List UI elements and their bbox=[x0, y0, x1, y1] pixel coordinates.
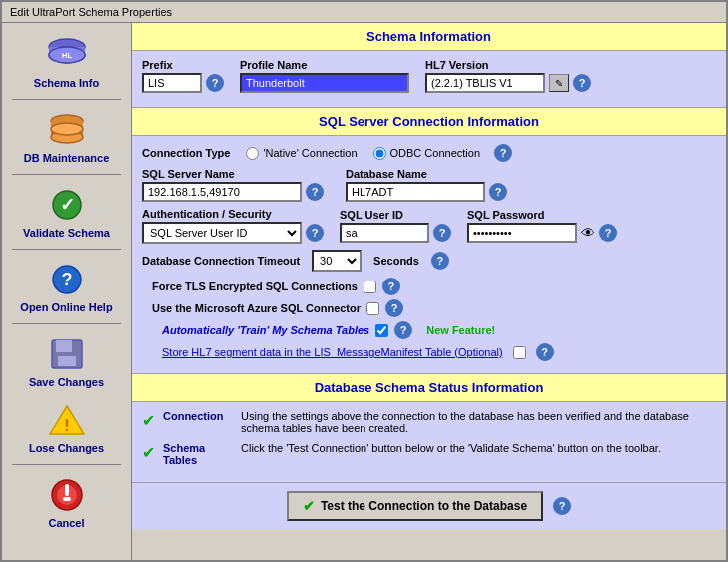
sidebar-item-save-changes[interactable]: Save Changes bbox=[12, 330, 122, 392]
connection-status-title: Connection bbox=[163, 410, 233, 422]
sidebar: HL Schema Info DB Maintenance bbox=[2, 23, 132, 560]
azure-checkbox[interactable] bbox=[366, 302, 379, 315]
new-feature-label: New Feature! bbox=[426, 324, 495, 336]
sidebar-label-cancel: Cancel bbox=[48, 517, 84, 529]
userid-help-icon[interactable]: ? bbox=[433, 224, 451, 242]
db-schema-status-header: Database Schema Status Information bbox=[132, 374, 726, 402]
svg-point-9 bbox=[51, 123, 83, 135]
userid-input[interactable] bbox=[340, 223, 429, 243]
open-online-help-icon: ? bbox=[43, 260, 91, 299]
schema-info-header: Schema Information bbox=[132, 23, 726, 51]
sql-connection-body: Connection Type 'Native' Connection ODBC… bbox=[132, 136, 726, 374]
auth-group: Authentication / Security SQL Server Use… bbox=[142, 208, 324, 244]
password-help-icon[interactable]: ? bbox=[599, 224, 617, 242]
timeout-help-icon[interactable]: ? bbox=[431, 252, 449, 270]
sidebar-item-lose-changes[interactable]: ! Lose Changes bbox=[12, 396, 122, 458]
native-connection-label[interactable]: 'Native' Connection bbox=[246, 147, 357, 160]
timeout-label: Database Connection Timeout bbox=[142, 255, 300, 267]
svg-rect-15 bbox=[56, 340, 72, 352]
store-label[interactable]: Store HL7 segment data in the LIS_Messag… bbox=[162, 346, 503, 358]
bottom-help-icon[interactable]: ? bbox=[553, 497, 571, 515]
show-password-icon[interactable]: 👁 bbox=[581, 225, 595, 241]
tls-checkbox[interactable] bbox=[364, 281, 376, 293]
connection-type-row: Connection Type 'Native' Connection ODBC… bbox=[142, 144, 716, 162]
store-help-icon[interactable]: ? bbox=[536, 343, 554, 361]
svg-text:!: ! bbox=[64, 417, 69, 434]
cancel-icon bbox=[43, 475, 91, 515]
train-checkbox[interactable] bbox=[375, 324, 388, 337]
azure-help-icon[interactable]: ? bbox=[385, 299, 403, 317]
sidebar-item-validate-schema[interactable]: ✓ Validate Schema bbox=[12, 181, 122, 243]
tls-row: Force TLS Encrypted SQL Connections ? bbox=[142, 278, 716, 295]
svg-text:HL: HL bbox=[61, 51, 72, 60]
db-name-label: Database Name bbox=[346, 168, 507, 180]
connection-type-help-icon[interactable]: ? bbox=[494, 144, 512, 162]
sidebar-item-cancel[interactable]: Cancel bbox=[12, 471, 122, 533]
db-name-input[interactable] bbox=[346, 182, 485, 202]
password-input[interactable] bbox=[467, 223, 577, 243]
validate-icon: ✓ bbox=[43, 185, 91, 225]
prefix-input[interactable] bbox=[142, 73, 202, 93]
auth-select[interactable]: SQL Server User ID bbox=[142, 222, 302, 244]
auth-label: Authentication / Security bbox=[142, 208, 324, 220]
timeout-row: Database Connection Timeout 30 60 90 Sec… bbox=[142, 250, 716, 272]
seconds-label: Seconds bbox=[373, 255, 419, 267]
schema-tables-status-row: ✔ SchemaTables Click the 'Test Connectio… bbox=[142, 442, 716, 466]
server-name-input[interactable] bbox=[142, 182, 302, 202]
sidebar-divider-2 bbox=[12, 174, 121, 175]
right-panel: Schema Information Prefix ? Profile Name bbox=[132, 23, 726, 560]
profile-name-input[interactable] bbox=[240, 73, 409, 93]
store-row: Store HL7 segment data in the LIS_Messag… bbox=[142, 343, 716, 361]
store-checkbox[interactable] bbox=[513, 346, 526, 359]
hl7-version-input[interactable] bbox=[425, 73, 545, 93]
test-connection-button[interactable]: ✔ Test the Connection to the Database bbox=[287, 491, 543, 521]
svg-text:✓: ✓ bbox=[59, 195, 74, 215]
prefix-label: Prefix bbox=[142, 59, 224, 71]
azure-row: Use the Microsoft Azure SQL Connector ? bbox=[142, 299, 716, 317]
sidebar-divider-4 bbox=[12, 323, 121, 324]
db-schema-status-body: ✔ Connection Using the settings above th… bbox=[132, 402, 726, 482]
schema-tables-status-icon: ✔ bbox=[142, 443, 155, 462]
svg-text:?: ? bbox=[61, 270, 72, 289]
test-connection-icon: ✔ bbox=[303, 498, 315, 514]
sidebar-divider-3 bbox=[12, 249, 121, 250]
odbc-connection-label[interactable]: ODBC Connection bbox=[373, 147, 481, 160]
schema-info-body: Prefix ? Profile Name HL7 Version bbox=[132, 51, 726, 108]
auth-help-icon[interactable]: ? bbox=[306, 224, 324, 242]
train-help-icon[interactable]: ? bbox=[394, 321, 412, 339]
hl7-edit-icon[interactable]: ✎ bbox=[549, 74, 569, 92]
window-title: Edit UltraPort Schema Properties bbox=[10, 6, 172, 18]
server-name-group: SQL Server Name ? bbox=[142, 168, 324, 202]
sidebar-label-validate-schema: Validate Schema bbox=[23, 227, 110, 239]
radio-group: 'Native' Connection ODBC Connection bbox=[246, 147, 480, 160]
db-name-help-icon[interactable]: ? bbox=[489, 183, 507, 201]
schema-icon: HL bbox=[43, 35, 91, 75]
prefix-help-icon[interactable]: ? bbox=[206, 74, 224, 92]
password-label: SQL Password bbox=[467, 209, 617, 221]
schema-tables-status-title: SchemaTables bbox=[163, 442, 233, 466]
server-name-help-icon[interactable]: ? bbox=[306, 183, 324, 201]
hl7-help-icon[interactable]: ? bbox=[573, 74, 591, 92]
train-label: Automatically 'Train' My Schema Tables bbox=[162, 324, 369, 336]
native-connection-radio[interactable] bbox=[246, 147, 259, 160]
profile-name-label: Profile Name bbox=[240, 59, 409, 71]
azure-label: Use the Microsoft Azure SQL Connector bbox=[152, 302, 361, 314]
userid-label: SQL User ID bbox=[340, 209, 451, 221]
odbc-connection-radio[interactable] bbox=[373, 147, 386, 160]
profile-name-group: Profile Name bbox=[240, 59, 409, 93]
sidebar-item-open-online-help[interactable]: ? Open Online Help bbox=[12, 256, 122, 317]
sidebar-label-schema-info: Schema Info bbox=[34, 77, 99, 89]
db-name-group: Database Name ? bbox=[346, 168, 507, 202]
tls-help-icon[interactable]: ? bbox=[382, 278, 400, 295]
sidebar-item-schema-info[interactable]: HL Schema Info bbox=[12, 31, 122, 93]
sidebar-label-open-online-help: Open Online Help bbox=[20, 301, 112, 313]
userid-group: SQL User ID ? bbox=[340, 209, 451, 243]
connection-status-icon: ✔ bbox=[142, 411, 155, 430]
connection-type-label: Connection Type bbox=[142, 147, 230, 159]
auth-row: Authentication / Security SQL Server Use… bbox=[142, 208, 716, 244]
hl7-version-label: HL7 Version bbox=[425, 59, 591, 71]
main-window: Edit UltraPort Schema Properties HL Sche… bbox=[0, 0, 728, 562]
test-connection-label: Test the Connection to the Database bbox=[321, 499, 527, 513]
timeout-select[interactable]: 30 60 90 bbox=[312, 250, 362, 272]
sidebar-item-db-maintenance[interactable]: DB Maintenance bbox=[12, 106, 122, 168]
